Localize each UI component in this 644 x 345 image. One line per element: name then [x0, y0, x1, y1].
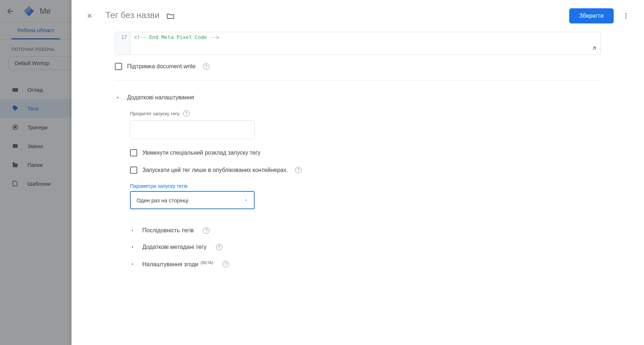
more-vert-icon — [622, 12, 630, 20]
support-document-write-label: Підтримка document.write — [127, 63, 196, 70]
close-button[interactable] — [82, 9, 97, 23]
tag-title-input[interactable]: Тег без назви — [105, 10, 160, 22]
svg-point-3 — [625, 15, 626, 16]
help-icon[interactable]: ? — [216, 244, 222, 250]
beta-badge: (BETA) — [200, 260, 213, 265]
svg-point-4 — [625, 17, 626, 18]
priority-input[interactable] — [130, 120, 255, 139]
published-only-checkbox[interactable] — [130, 167, 137, 174]
enable-schedule-checkbox[interactable] — [130, 149, 137, 156]
firing-option-value: Один раз на сторінці — [137, 197, 189, 203]
close-icon — [86, 12, 93, 20]
html-code-editor[interactable]: 17 <!-- End Meta Pixel Code --> — [115, 32, 601, 55]
consent-settings-label: Налаштування згоди (BETA) — [142, 260, 213, 268]
dropdown-arrow-icon — [244, 198, 248, 202]
priority-label: Пріоритет запуску тегу ? — [130, 110, 601, 117]
svg-point-2 — [625, 13, 626, 14]
tag-metadata-toggle[interactable]: Додаткові метадані тегу ? — [115, 239, 601, 255]
code-content: <!-- End Meta Pixel Code --> — [130, 32, 223, 42]
enable-schedule-label: Увімкнути спеціальний розклад запуску те… — [142, 150, 260, 156]
save-button[interactable]: Зберегти — [569, 8, 614, 23]
chevron-right-icon — [130, 245, 135, 250]
additional-settings-toggle[interactable]: Додаткові налаштування — [115, 91, 601, 104]
help-icon[interactable]: ? — [295, 167, 302, 173]
tag-sequencing-label: Послідовність тегів — [142, 227, 194, 234]
folder-icon — [166, 12, 175, 20]
chevron-right-icon — [130, 262, 135, 267]
more-menu-button[interactable] — [619, 9, 633, 23]
tag-metadata-label: Додаткові метадані тегу — [142, 244, 207, 250]
firing-params-label: Параметри запуску тегів — [130, 183, 601, 189]
help-icon[interactable]: ? — [183, 110, 190, 117]
chevron-right-icon — [130, 228, 135, 233]
divider — [115, 80, 601, 81]
support-document-write-checkbox[interactable] — [115, 63, 122, 70]
help-icon[interactable]: ? — [203, 227, 209, 234]
folder-button[interactable] — [166, 12, 175, 20]
resize-handle-icon[interactable] — [591, 45, 597, 52]
chevron-down-icon — [115, 95, 121, 100]
help-icon[interactable]: ? — [222, 261, 229, 267]
tag-editor-modal: Тег без назви Зберегти 17 <!-- End Meta … — [72, 0, 644, 345]
firing-option-select[interactable]: Один раз на сторінці — [130, 191, 255, 209]
additional-settings-title: Додаткові налаштування — [127, 94, 194, 101]
consent-settings-toggle[interactable]: Налаштування згоди (BETA) ? — [115, 255, 601, 273]
published-only-label: Запускати цей тег лише в опублікованих к… — [142, 167, 288, 173]
line-number: 17 — [115, 32, 130, 42]
help-icon[interactable]: ? — [203, 63, 209, 70]
tag-sequencing-toggle[interactable]: Послідовність тегів ? — [115, 222, 601, 239]
